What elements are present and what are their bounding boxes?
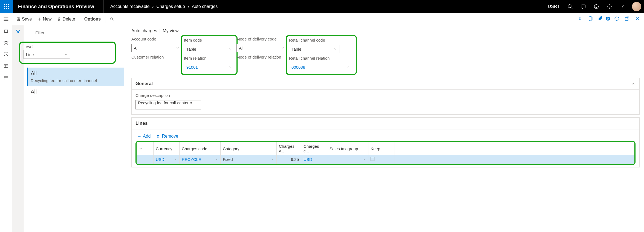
new-button[interactable]: New: [34, 15, 54, 23]
link-icon: [577, 16, 583, 21]
lines-section-header[interactable]: Lines: [131, 117, 640, 129]
level-dropdown[interactable]: Line: [24, 50, 70, 59]
svg-rect-32: [4, 64, 8, 68]
list-item[interactable]: All Recycling fee for call-center channe…: [27, 68, 124, 86]
general-section-body: Charge description Recycling fee for cal…: [131, 90, 640, 115]
messages-button[interactable]: [577, 0, 590, 13]
help-button[interactable]: [616, 0, 629, 13]
item-code-dropdown[interactable]: Table: [184, 45, 234, 53]
col-charges-currency[interactable]: Charges c...: [301, 142, 327, 155]
svg-rect-4: [6, 6, 7, 7]
col-charges-code[interactable]: Charges code: [180, 142, 221, 155]
popout-button[interactable]: [624, 16, 630, 22]
add-line-button[interactable]: Add: [137, 134, 151, 139]
lines-label: Lines: [135, 121, 148, 126]
col-charges-value[interactable]: Charges v...: [277, 142, 301, 155]
charge-desc-label: Charge description: [135, 93, 201, 99]
chevron-down-icon: [363, 158, 366, 161]
action-search-button[interactable]: [107, 15, 117, 23]
company-code[interactable]: USRT: [544, 4, 564, 9]
attachments-button[interactable]: 0: [598, 16, 609, 22]
col-keep[interactable]: Keep: [368, 142, 394, 155]
delivery-code-dropdown[interactable]: All: [236, 44, 287, 52]
search-button[interactable]: [564, 0, 577, 13]
workspace-icon: [3, 63, 9, 69]
svg-rect-2: [8, 4, 9, 5]
channel-highlight: Retail channel code Table Retail channel…: [286, 35, 357, 75]
cell-category[interactable]: Fixed: [221, 155, 277, 164]
svg-rect-5: [8, 6, 9, 7]
list-item[interactable]: All: [27, 86, 124, 98]
waffle-icon: [4, 4, 10, 10]
page-title: Auto charges: [131, 28, 157, 33]
filter-icon: [16, 29, 21, 34]
home-icon: [3, 28, 9, 33]
channel-relation-dropdown[interactable]: 000038: [289, 63, 352, 71]
link-button[interactable]: [577, 16, 583, 22]
cell-charges-currency[interactable]: USD: [301, 155, 327, 164]
chevron-down-icon: [180, 29, 183, 32]
breadcrumb-item[interactable]: Charges setup: [157, 4, 185, 9]
lines-grid-highlight: Currency Charges code Category Charges v…: [135, 141, 636, 165]
attachment-count: 0: [606, 17, 610, 21]
svg-point-12: [594, 5, 599, 9]
col-currency[interactable]: Currency: [154, 142, 180, 155]
account-code-dropdown[interactable]: All: [131, 44, 182, 52]
delete-button[interactable]: Delete: [54, 15, 78, 23]
svg-rect-3: [4, 6, 5, 7]
filter-input[interactable]: [27, 28, 124, 37]
close-button[interactable]: [635, 16, 640, 22]
col-category[interactable]: Category: [221, 142, 277, 155]
cell-keep[interactable]: [368, 155, 394, 164]
charge-desc-input[interactable]: Recycling fee for call-center c...: [135, 100, 201, 109]
office-button[interactable]: [588, 16, 593, 22]
cell-sales-tax[interactable]: [327, 155, 368, 164]
popout-icon: [624, 16, 630, 21]
channel-code-dropdown[interactable]: Table: [289, 45, 339, 53]
nav-home[interactable]: [3, 28, 9, 34]
view-switcher[interactable]: My view: [163, 28, 183, 33]
remove-line-button[interactable]: Remove: [156, 134, 178, 139]
nav-recent[interactable]: [3, 51, 9, 58]
row-select[interactable]: [137, 155, 145, 164]
keep-checkbox[interactable]: [371, 157, 374, 161]
delivery-relation-field: [236, 62, 287, 70]
select-all-checkbox[interactable]: [137, 142, 145, 155]
save-icon: [16, 17, 21, 21]
cell-currency[interactable]: USD: [154, 155, 180, 164]
breadcrumb-item[interactable]: Accounts receivable: [110, 4, 149, 9]
general-section-header[interactable]: General: [131, 78, 640, 90]
app-launcher[interactable]: [0, 0, 13, 13]
nav-toggle[interactable]: [0, 13, 12, 25]
user-avatar[interactable]: [632, 2, 641, 11]
cell-charges-code[interactable]: RECYCLE: [180, 155, 221, 164]
customer-relation-field: [131, 62, 182, 70]
plus-icon: [37, 17, 42, 21]
col-spacer: [394, 142, 634, 155]
paperclip-icon: [598, 16, 603, 21]
filter-toggle[interactable]: [16, 29, 21, 35]
nav-favorites[interactable]: [3, 40, 9, 46]
feedback-button[interactable]: [590, 0, 603, 13]
level-value: Line: [26, 52, 34, 57]
search-icon: [110, 17, 114, 21]
options-label: Options: [84, 17, 101, 22]
list-item-desc: Recycling fee for call-center channel: [31, 78, 120, 83]
chat-icon: [581, 4, 586, 9]
breadcrumb-item[interactable]: Auto charges: [192, 4, 218, 9]
grid-row[interactable]: USD RECYCLE Fixed 6.25 USD: [137, 155, 634, 164]
channel-code-label: Retail channel code: [289, 38, 339, 44]
refresh-button[interactable]: [614, 16, 619, 22]
save-button[interactable]: Save: [14, 15, 34, 23]
cell-charges-value[interactable]: 6.25: [277, 155, 301, 164]
options-button[interactable]: Options: [82, 15, 103, 23]
add-label: Add: [143, 134, 151, 139]
nav-workspaces[interactable]: [3, 63, 9, 69]
nav-modules[interactable]: [3, 75, 9, 81]
smile-icon: [594, 4, 599, 9]
settings-button[interactable]: [603, 0, 616, 13]
col-sales-tax[interactable]: Sales tax group: [327, 142, 368, 155]
check-icon: [139, 146, 143, 150]
svg-rect-21: [18, 19, 20, 21]
item-relation-dropdown[interactable]: 91001: [184, 63, 234, 71]
